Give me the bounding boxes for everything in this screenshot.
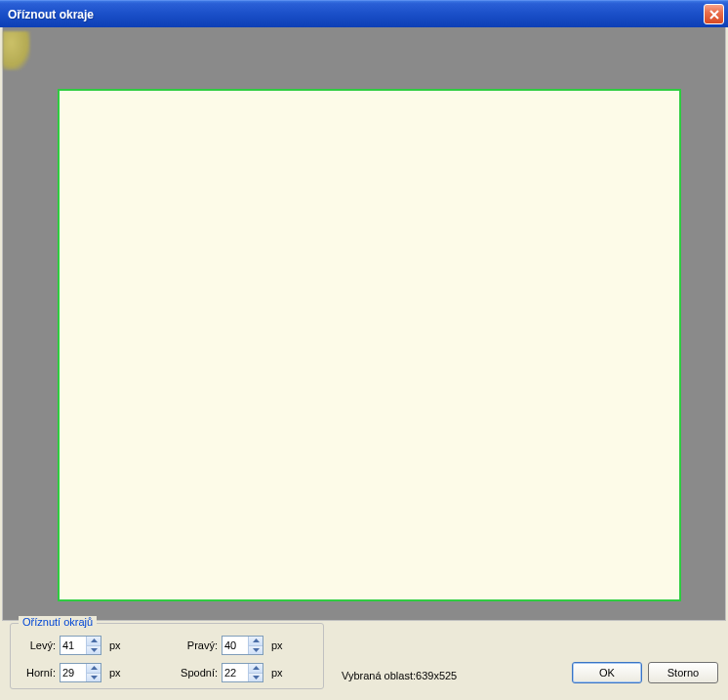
- spinner-top[interactable]: [60, 663, 101, 682]
- chevron-up-icon: [91, 666, 98, 670]
- spinner-left-up[interactable]: [87, 637, 101, 646]
- unit-right: px: [271, 639, 283, 651]
- spinner-right-up[interactable]: [249, 637, 263, 646]
- close-button[interactable]: [704, 4, 724, 24]
- selection-status: Vybraná oblast:639x525: [342, 670, 457, 681]
- spinner-top-up[interactable]: [87, 664, 101, 674]
- spinner-left-down[interactable]: [87, 646, 101, 655]
- input-top[interactable]: [61, 664, 86, 681]
- chevron-up-icon: [253, 666, 260, 670]
- spinner-bottom-btns: [248, 664, 263, 681]
- chevron-up-icon: [253, 638, 260, 642]
- unit-bottom: px: [271, 667, 283, 679]
- input-bottom[interactable]: [222, 664, 248, 681]
- close-icon: [709, 10, 719, 20]
- label-top: Horní:: [19, 667, 56, 679]
- spinner-top-btns: [86, 664, 101, 681]
- unit-top: px: [109, 667, 121, 679]
- cancel-button[interactable]: Storno: [648, 662, 718, 683]
- spinner-bottom-down[interactable]: [249, 674, 263, 682]
- chevron-down-icon: [253, 648, 260, 652]
- field-right: Pravý: px: [175, 636, 283, 655]
- chevron-down-icon: [253, 676, 260, 679]
- chevron-down-icon: [91, 648, 98, 652]
- preview-highlight: [3, 31, 30, 70]
- ok-button[interactable]: OK: [572, 662, 642, 683]
- spinner-left-btns: [86, 637, 101, 654]
- chevron-down-icon: [91, 676, 98, 679]
- spinner-right-btns: [248, 637, 263, 654]
- label-bottom: Spodní:: [175, 667, 218, 679]
- crop-margins-groupbox: Oříznutí okrajů Levý: px Horní: p: [10, 623, 324, 689]
- spinner-right[interactable]: [222, 636, 263, 655]
- field-bottom: Spodní: px: [175, 663, 283, 682]
- unit-left: px: [109, 639, 121, 651]
- crop-selection[interactable]: [58, 89, 681, 601]
- input-left[interactable]: [61, 637, 86, 654]
- field-left: Levý: px: [19, 636, 121, 655]
- label-left: Levý:: [19, 639, 56, 651]
- input-right[interactable]: [222, 637, 248, 654]
- spinner-bottom[interactable]: [222, 663, 263, 682]
- spinner-left[interactable]: [60, 636, 101, 655]
- groupbox-title: Oříznutí okrajů: [19, 616, 97, 628]
- dialog-buttons: OK Storno: [572, 662, 718, 683]
- preview-area[interactable]: [2, 27, 726, 621]
- titlebar[interactable]: Oříznout okraje: [0, 0, 728, 27]
- field-top: Horní: px: [19, 663, 121, 682]
- spinner-right-down[interactable]: [249, 646, 263, 655]
- label-right: Pravý:: [175, 639, 218, 651]
- window-title: Oříznout okraje: [8, 8, 94, 21]
- chevron-up-icon: [91, 638, 98, 642]
- bottom-panel: Oříznutí okrajů Levý: px Horní: p: [0, 621, 728, 697]
- spinner-top-down[interactable]: [87, 674, 101, 682]
- spinner-bottom-up[interactable]: [249, 664, 263, 674]
